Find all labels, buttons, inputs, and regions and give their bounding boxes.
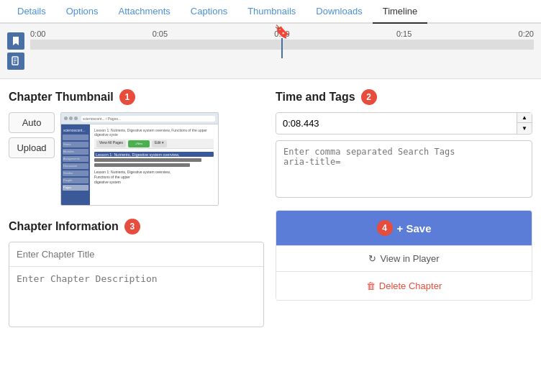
chapter-thumbnail-section: Chapter Thumbnail 1 Auto Upload sciencec… bbox=[9, 89, 264, 206]
save-label: + Save bbox=[397, 222, 432, 234]
time-tags-section: Time and Tags 2 ▲ ▼ bbox=[276, 89, 532, 200]
chapter-title-input[interactable] bbox=[9, 242, 263, 267]
ruler-mark-2: 0:10 bbox=[274, 29, 289, 38]
time-spinner: ▲ ▼ bbox=[517, 113, 532, 134]
timeline-area: 0:00 0:05 0:10 0:15 0:20 🔖 bbox=[0, 24, 541, 79]
tab-attachments[interactable]: Attachments bbox=[109, 0, 181, 24]
upload-button[interactable]: Upload bbox=[9, 137, 55, 158]
timeline-ruler: 0:00 0:05 0:10 0:15 0:20 🔖 bbox=[30, 29, 534, 73]
time-tags-badge: 2 bbox=[361, 89, 377, 105]
tags-textarea[interactable] bbox=[276, 140, 532, 198]
thumbnail-preview: sciencecont... / Pages... sciencecont...… bbox=[60, 112, 219, 206]
info-header: Chapter Information 3 bbox=[9, 219, 264, 234]
ruler-mark-1: 0:05 bbox=[153, 29, 168, 38]
info-badge: 3 bbox=[124, 219, 140, 234]
ruler-mark-3: 0:15 bbox=[396, 29, 412, 38]
thumbnail-header: Chapter Thumbnail 1 bbox=[9, 89, 264, 105]
chapter-info-box bbox=[9, 242, 264, 327]
save-button[interactable]: 4 + Save bbox=[276, 211, 532, 245]
view-player-label: View in Player bbox=[380, 253, 439, 264]
actions-section: 4 + Save ↻ View in Player 🗑 Delete Chapt… bbox=[276, 210, 532, 301]
view-player-button[interactable]: ↻ View in Player bbox=[276, 245, 532, 271]
time-tags-header: Time and Tags 2 bbox=[276, 89, 532, 105]
thumb-button-group: Auto Upload bbox=[9, 112, 55, 158]
trash-icon: 🗑 bbox=[366, 281, 376, 291]
ruler-labels: 0:00 0:05 0:10 0:15 0:20 bbox=[30, 29, 534, 38]
document-icon-btn[interactable] bbox=[7, 53, 24, 70]
ruler-mark-0: 0:00 bbox=[30, 29, 45, 38]
time-input-wrapper: ▲ ▼ bbox=[276, 112, 532, 135]
ruler-track[interactable]: 🔖 bbox=[30, 40, 534, 50]
right-panel: Time and Tags 2 ▲ ▼ 4 + Save ↻ View in P… bbox=[276, 89, 532, 327]
delete-chapter-button[interactable]: 🗑 Delete Chapter bbox=[276, 271, 532, 300]
tab-downloads[interactable]: Downloads bbox=[306, 0, 372, 24]
time-tags-title: Time and Tags bbox=[276, 91, 355, 104]
thumbnail-title: Chapter Thumbnail bbox=[9, 91, 114, 104]
time-input[interactable] bbox=[276, 113, 517, 134]
playhead-line bbox=[281, 38, 283, 58]
tab-details[interactable]: Details bbox=[7, 0, 56, 24]
chapter-info-section: Chapter Information 3 bbox=[9, 219, 264, 327]
left-panel: Chapter Thumbnail 1 Auto Upload sciencec… bbox=[9, 89, 264, 327]
info-title: Chapter Information bbox=[9, 220, 119, 233]
bookmark-icon-btn[interactable] bbox=[7, 32, 24, 50]
time-spinner-down[interactable]: ▼ bbox=[517, 123, 532, 133]
main-content: Chapter Thumbnail 1 Auto Upload sciencec… bbox=[0, 79, 541, 337]
view-player-icon: ↻ bbox=[368, 253, 376, 264]
save-badge: 4 bbox=[377, 220, 393, 236]
auto-button[interactable]: Auto bbox=[9, 112, 55, 133]
chapter-desc-input[interactable] bbox=[9, 267, 263, 324]
tab-options[interactable]: Options bbox=[56, 0, 109, 24]
tab-bar: Details Options Attachments Captions Thu… bbox=[0, 0, 541, 24]
ruler-mark-4: 0:20 bbox=[519, 29, 534, 38]
time-spinner-up[interactable]: ▲ bbox=[517, 113, 532, 123]
thumbnail-content: Auto Upload sciencecont... / Pages... bbox=[9, 112, 264, 206]
tab-captions[interactable]: Captions bbox=[181, 0, 237, 24]
tab-timeline[interactable]: Timeline bbox=[373, 0, 428, 24]
tab-thumbnails[interactable]: Thumbnails bbox=[237, 0, 306, 24]
timeline-icon-group bbox=[7, 32, 24, 70]
thumbnail-badge: 1 bbox=[119, 89, 135, 105]
delete-label: Delete Chapter bbox=[379, 281, 442, 291]
